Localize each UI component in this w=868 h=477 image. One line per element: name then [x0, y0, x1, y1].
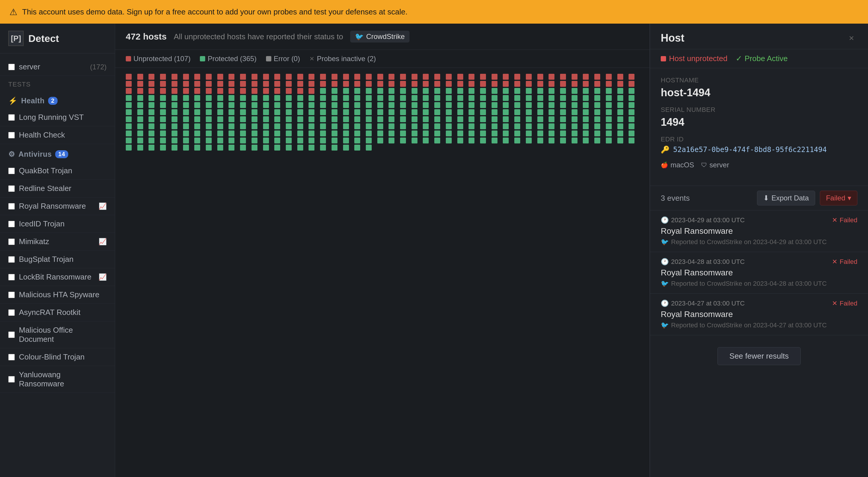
grid-cell[interactable] [434, 123, 440, 129]
grid-cell[interactable] [514, 123, 520, 129]
grid-cell[interactable] [434, 102, 440, 108]
grid-cell[interactable] [297, 102, 303, 108]
grid-cell[interactable] [514, 74, 520, 80]
grid-cell[interactable] [400, 95, 406, 101]
grid-cell[interactable] [480, 130, 486, 136]
grid-cell[interactable] [400, 137, 406, 144]
yanluowang-checkbox[interactable] [8, 376, 15, 383]
grid-cell[interactable] [309, 123, 314, 129]
grid-cell[interactable] [126, 95, 132, 101]
grid-cell[interactable] [366, 137, 372, 144]
grid-cell[interactable] [571, 88, 578, 94]
grid-cell[interactable] [309, 116, 314, 122]
grid-cell[interactable] [126, 102, 132, 108]
grid-cell[interactable] [332, 95, 337, 101]
grid-cell[interactable] [400, 81, 406, 87]
grid-cell[interactable] [400, 102, 406, 108]
grid-cell[interactable] [297, 145, 303, 151]
grid-cell[interactable] [354, 81, 360, 87]
grid-cell[interactable] [537, 109, 543, 115]
grid-cell[interactable] [194, 88, 200, 94]
grid-cell[interactable] [228, 123, 235, 129]
grid-cell[interactable] [571, 102, 578, 108]
grid-cell[interactable] [217, 116, 223, 122]
grid-cell[interactable] [149, 116, 154, 122]
grid-cell[interactable] [366, 109, 372, 115]
grid-cell[interactable] [263, 102, 269, 108]
grid-cell[interactable] [206, 81, 212, 87]
grid-cell[interactable] [617, 123, 623, 129]
grid-cell[interactable] [526, 95, 532, 101]
grid-cell[interactable] [309, 95, 314, 101]
redline-checkbox[interactable] [8, 185, 15, 192]
grid-cell[interactable] [297, 74, 303, 80]
grid-cell[interactable] [343, 95, 349, 101]
grid-cell[interactable] [583, 123, 589, 129]
grid-cell[interactable] [263, 88, 269, 94]
grid-cell[interactable] [240, 88, 246, 94]
grid-cell[interactable] [526, 102, 532, 108]
grid-cell[interactable] [194, 109, 200, 115]
grid-cell[interactable] [446, 95, 452, 101]
grid-cell[interactable] [560, 109, 566, 115]
grid-cell[interactable] [594, 81, 600, 87]
grid-cell[interactable] [137, 130, 143, 136]
grid-cell[interactable] [617, 109, 623, 115]
grid-cell[interactable] [366, 74, 372, 80]
grid-cell[interactable] [526, 109, 532, 115]
grid-cell[interactable] [172, 81, 178, 87]
grid-cell[interactable] [560, 130, 566, 136]
grid-cell[interactable] [332, 130, 337, 136]
grid-cell[interactable] [492, 81, 497, 87]
grid-cell[interactable] [274, 130, 280, 136]
grid-cell[interactable] [503, 116, 509, 122]
grid-cell[interactable] [423, 137, 429, 144]
grid-cell[interactable] [149, 102, 154, 108]
grid-cell[interactable] [206, 102, 212, 108]
sidebar-item-server[interactable]: server (172) [0, 58, 115, 76]
sidebar-item-bugsplat[interactable]: BugSplat Trojan [0, 251, 115, 268]
lockbit-checkbox[interactable] [8, 274, 15, 280]
grid-cell[interactable] [137, 95, 143, 101]
grid-cell[interactable] [240, 102, 246, 108]
grid-cell[interactable] [457, 81, 463, 87]
grid-cell[interactable] [160, 123, 166, 129]
grid-cell[interactable] [423, 123, 429, 129]
grid-cell[interactable] [446, 137, 452, 144]
grid-cell[interactable] [492, 88, 497, 94]
grid-cell[interactable] [320, 74, 326, 80]
grid-cell[interactable] [343, 137, 349, 144]
grid-cell[interactable] [137, 109, 143, 115]
grid-cell[interactable] [469, 81, 474, 87]
grid-cell[interactable] [286, 74, 292, 80]
grid-cell[interactable] [343, 130, 349, 136]
grid-cell[interactable] [526, 123, 532, 129]
grid-cell[interactable] [183, 88, 189, 94]
grid-cell[interactable] [320, 116, 326, 122]
grid-cell[interactable] [469, 116, 474, 122]
grid-cell[interactable] [571, 109, 578, 115]
grid-cell[interactable] [537, 81, 543, 87]
grid-cell[interactable] [549, 102, 554, 108]
grid-cell[interactable] [423, 130, 429, 136]
grid-cell[interactable] [400, 88, 406, 94]
grid-cell[interactable] [503, 88, 509, 94]
grid-cell[interactable] [446, 130, 452, 136]
grid-cell[interactable] [571, 81, 578, 87]
grid-cell[interactable] [240, 130, 246, 136]
grid-cell[interactable] [480, 123, 486, 129]
grid-cell[interactable] [332, 123, 337, 129]
grid-cell[interactable] [526, 81, 532, 87]
grid-cell[interactable] [332, 102, 337, 108]
grid-cell[interactable] [446, 123, 452, 129]
grid-cell[interactable] [240, 109, 246, 115]
grid-cell[interactable] [286, 81, 292, 87]
grid-cell[interactable] [217, 137, 223, 144]
grid-cell[interactable] [160, 130, 166, 136]
grid-cell[interactable] [217, 102, 223, 108]
grid-cell[interactable] [469, 137, 474, 144]
grid-cell[interactable] [194, 74, 200, 80]
grid-cell[interactable] [606, 81, 612, 87]
grid-cell[interactable] [252, 130, 257, 136]
grid-cell[interactable] [274, 137, 280, 144]
